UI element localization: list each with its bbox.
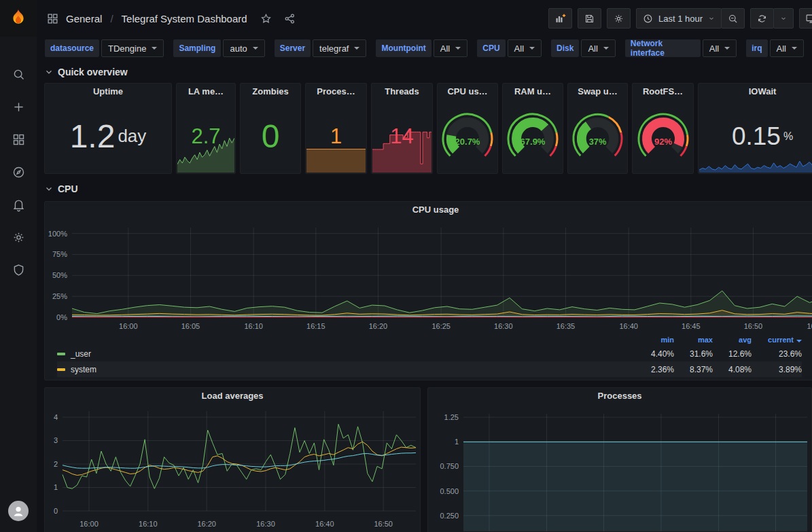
variable-label[interactable]: Network interface [625, 39, 701, 57]
gauge: 67.9% [504, 100, 562, 173]
caret-down-icon [792, 47, 797, 50]
zoom-out-button[interactable] [721, 8, 745, 29]
settings-gear-icon[interactable] [5, 226, 31, 249]
svg-text:1: 1 [455, 438, 459, 446]
variable-value-dropdown[interactable]: All [508, 39, 542, 57]
panel-title[interactable]: CPU usage [45, 202, 812, 218]
legend-value: 8.37% [674, 365, 713, 374]
legend-col-max[interactable]: max [674, 336, 713, 344]
breadcrumb-separator: / [109, 13, 114, 24]
stat-value: 2.7 [177, 100, 234, 173]
legend-row: system2.36%8.37%4.08%3.89% [57, 361, 802, 377]
variable-value-dropdown[interactable]: All [703, 39, 737, 57]
explore-compass-icon[interactable] [5, 160, 31, 183]
stat-panel-title[interactable]: CPU us… [438, 84, 497, 100]
stat-panel-title[interactable]: Swap u… [568, 84, 627, 100]
sort-caret-icon [796, 340, 802, 342]
variable-value-dropdown[interactable]: TDengine [101, 39, 164, 57]
panel-title[interactable]: Load averages [45, 388, 420, 404]
svg-text:16:30: 16:30 [494, 322, 513, 330]
stat-panel-title[interactable]: Uptime [45, 84, 171, 100]
stat-body: 0.15% [699, 100, 812, 173]
breadcrumb-folder[interactable]: General [66, 13, 102, 24]
add-panel-button[interactable] [548, 8, 572, 29]
time-picker-button[interactable]: Last 1 hour [636, 8, 722, 29]
load-averages-chart[interactable]: 16:0016:1016:2016:3016:4016:5043210 [45, 404, 420, 531]
variable-value-dropdown[interactable]: All [581, 39, 615, 57]
section-cpu[interactable]: CPU [44, 179, 812, 198]
variable-value-dropdown[interactable]: All [434, 39, 467, 57]
variable-label[interactable]: datasource [45, 39, 99, 57]
variable-value-dropdown[interactable]: All [770, 39, 804, 57]
refresh-button[interactable] [750, 8, 774, 29]
svg-text:16:00: 16:00 [119, 322, 138, 330]
stat-panel-ramu: RAM u…67.9% [502, 83, 563, 174]
panel-add-icon [554, 13, 566, 24]
stat-panel-zombies: Zombies0 [240, 83, 301, 174]
variable-value-dropdown[interactable]: telegraf [313, 39, 366, 57]
stat-panel-title[interactable]: RootFS… [633, 84, 693, 100]
legend-series-label[interactable]: _user [71, 349, 91, 359]
svg-text:16:35: 16:35 [557, 322, 576, 330]
processes-chart[interactable]: 1.2510.7500.5000.250 [428, 404, 811, 531]
stat-panel-title[interactable]: IOWait [699, 84, 812, 100]
section-quick-overview[interactable]: Quick overview [44, 63, 812, 82]
stat-panel-uptime: Uptime1.2day [44, 83, 172, 174]
cpu-usage-legend: minmaxavgcurrent_user4.40%31.6%12.6%23.6… [45, 334, 812, 380]
svg-text:0.250: 0.250 [440, 512, 459, 520]
refresh-interval-dropdown[interactable] [773, 8, 794, 29]
svg-text:16:50: 16:50 [374, 520, 393, 528]
svg-text:50%: 50% [52, 271, 67, 279]
stat-panel-title[interactable]: Proces… [306, 84, 366, 100]
svg-text:16:50: 16:50 [744, 322, 763, 330]
panel-title[interactable]: Processes [428, 388, 811, 404]
user-avatar[interactable] [8, 501, 29, 521]
svg-text:0.750: 0.750 [440, 462, 459, 470]
person-icon [10, 503, 27, 519]
variable-label[interactable]: Sampling [173, 39, 221, 57]
cpu-usage-chart[interactable]: 16:0016:0516:1016:1516:2016:2516:3016:35… [45, 218, 812, 334]
section-title: CPU [58, 183, 78, 194]
time-range-label: Last 1 hour [658, 14, 703, 24]
stat-panel-title[interactable]: LA me… [177, 84, 235, 100]
save-dashboard-button[interactable] [578, 8, 601, 29]
legend-row: softirq0.626%4.11%1.18%1.24% [57, 377, 802, 380]
legend-series-label[interactable]: system [71, 365, 96, 374]
stat-panel-title[interactable]: RAM u… [503, 84, 563, 100]
svg-text:16:30: 16:30 [256, 520, 275, 528]
legend-col-min[interactable]: min [635, 336, 674, 344]
variable-mountpoint: MountpointAll [376, 39, 467, 57]
legend-col-current[interactable]: current [752, 336, 802, 344]
admin-shield-icon[interactable] [5, 258, 31, 281]
variable-label[interactable]: Mountpoint [376, 39, 431, 57]
alerting-bell-icon[interactable] [5, 193, 31, 216]
legend-value: 23.6% [752, 349, 802, 359]
gear-icon [613, 13, 624, 24]
variable-server: Servertelegraf [275, 39, 367, 57]
search-icon[interactable] [5, 63, 31, 86]
stat-panel-title[interactable]: Zombies [241, 84, 300, 100]
stat-panel-rootfs: RootFS…92% [632, 83, 694, 174]
variable-label[interactable]: Server [275, 39, 311, 57]
star-icon[interactable] [260, 12, 272, 25]
variable-label[interactable]: CPU [477, 39, 505, 57]
plus-icon[interactable] [5, 95, 31, 118]
stat-body: 67.9% [504, 100, 562, 173]
svg-text:16:15: 16:15 [306, 322, 325, 330]
stat-panel-title[interactable]: Threads [372, 84, 432, 100]
dashboard-settings-button[interactable] [607, 8, 631, 29]
legend-col-avg[interactable]: avg [713, 336, 752, 344]
legend-series-label[interactable]: softirq [71, 380, 93, 381]
share-icon[interactable] [283, 12, 296, 25]
breadcrumb-title[interactable]: Telegraf System Dashboard [122, 13, 247, 24]
kiosk-mode-button[interactable] [799, 8, 812, 29]
variable-datasource: datasourceTDengine [45, 39, 164, 57]
variable-label[interactable]: irq [746, 39, 767, 57]
variable-label[interactable]: Disk [551, 39, 579, 57]
dashboards-icon[interactable] [5, 128, 31, 151]
variable-value-dropdown[interactable]: auto [223, 39, 264, 57]
svg-text:16:40: 16:40 [315, 520, 334, 528]
grafana-logo[interactable] [0, 0, 37, 37]
sidebar [0, 0, 37, 532]
legend-value: 4.11% [674, 380, 713, 381]
